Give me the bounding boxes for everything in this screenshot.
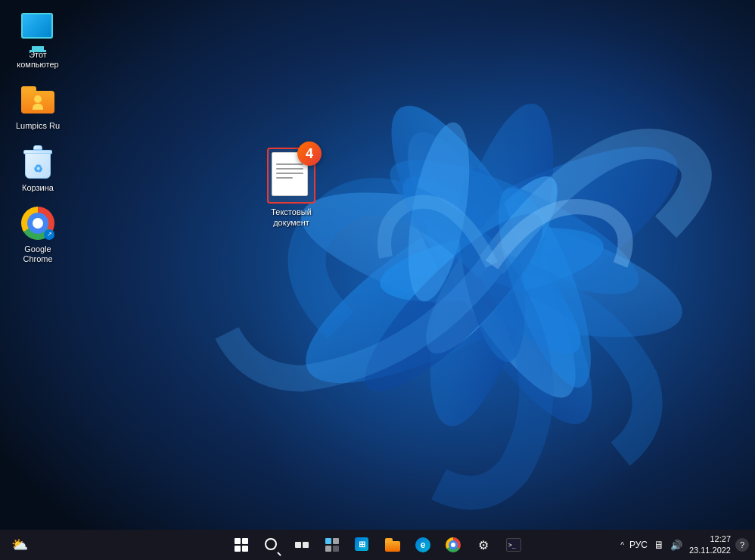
explorer-icon [385,538,400,552]
chrome-icon-label: GoogleChrome [23,244,52,264]
windows-logo-icon [235,538,248,552]
explorer-button[interactable] [379,531,406,558]
terminal-button[interactable]: >_ [500,531,527,558]
lumpics-icon-label: Lumpics Ru [16,121,60,131]
weather-icon: ⛅ [11,537,28,553]
tray-lang-button[interactable]: РУС [627,538,650,552]
tray-expand-button[interactable]: ^ [619,540,626,551]
widgets-icon [325,538,339,552]
desktop-icons: Этот компьютер Lumpics Ru [8,8,68,267]
start-button[interactable] [228,531,255,558]
task-view-button[interactable] [288,531,315,558]
chrome-taskbar-icon [446,537,461,552]
edge-button[interactable]: e [409,531,437,558]
text-document-wrapper: 4 Тексто [257,148,325,229]
widgets-button[interactable] [318,531,346,558]
wallpaper [0,0,755,530]
task-view-icon [295,542,309,548]
tray-network-button[interactable]: 🖥 [651,537,666,552]
text-document-selected-border: 4 [267,148,315,204]
chrome-taskbar-button[interactable] [440,531,467,558]
desktop: Этот компьютер Lumpics Ru [0,0,755,530]
taskbar-left: ⛅ [6,531,33,558]
help-icon: ? [740,540,744,549]
volume-icon: 🔊 [670,540,682,551]
settings-button[interactable]: ⚙ [470,531,497,558]
terminal-icon: >_ [506,538,521,552]
system-tray: ^ РУС 🖥 🔊 12:27 23.11.2022 ? [619,534,749,557]
help-button[interactable]: ? [735,538,749,552]
chrome-badge-arrow: ↗ [47,231,52,238]
search-button[interactable] [258,531,285,558]
settings-icon: ⚙ [476,537,491,552]
edge-icon: e [415,537,430,552]
store-button[interactable]: ⊞ [349,531,376,558]
recycle-bin-icon: ♻ [20,144,56,180]
desktop-icon-chrome[interactable]: ↗ GoogleChrome [8,202,68,267]
text-document-icon-area: 4 [272,152,311,199]
store-icon: ⊞ [355,537,370,552]
computer-icon-label: Этот компьютер [11,50,65,70]
taskbar-center: ⊞ e ⚙ [228,531,527,558]
step-4-badge: 4 [297,142,322,166]
network-icon: 🖥 [654,539,664,551]
search-icon [265,538,278,552]
folder-person-icon [20,82,56,118]
clock-date: 23.11.2022 [689,545,731,556]
chrome-desktop-icon: ↗ [20,205,56,241]
tray-volume-button[interactable]: 🔊 [668,538,685,552]
lang-indicator: РУС [629,540,648,550]
desktop-icon-recycle[interactable]: ♻ Корзина [8,141,68,196]
clock-time: 12:27 [689,534,731,545]
computer-icon [20,11,56,47]
taskbar: ⛅ [0,530,755,560]
text-document-label: Текстовый документ [271,207,312,229]
weather-widget[interactable]: ⛅ [6,531,33,558]
clock-widget[interactable]: 12:27 23.11.2022 [686,534,734,557]
desktop-icon-lumpics[interactable]: Lumpics Ru [8,79,68,134]
recycle-icon-label: Корзина [22,183,54,193]
desktop-icon-computer[interactable]: Этот компьютер [8,8,68,73]
